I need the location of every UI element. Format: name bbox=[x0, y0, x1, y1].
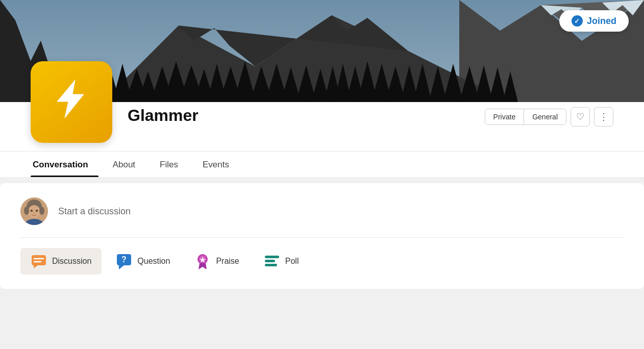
tab-conversation[interactable]: Conversation bbox=[31, 152, 98, 177]
profile-card: ✓ Joined Glammer Priv bbox=[0, 0, 644, 177]
community-title-area: Glammer bbox=[112, 92, 485, 125]
post-type-discussion-button[interactable]: Discussion bbox=[20, 248, 102, 275]
profile-info-row: Glammer Private General ♡ ⋮ bbox=[0, 92, 644, 143]
community-logo bbox=[31, 61, 112, 143]
svg-point-51 bbox=[36, 210, 38, 212]
post-types-row: Discussion ? Question bbox=[20, 238, 624, 275]
heart-icon: ♡ bbox=[576, 111, 584, 122]
heart-button[interactable]: ♡ bbox=[571, 107, 590, 127]
post-type-question-label: Question bbox=[137, 257, 170, 266]
tag-general: General bbox=[524, 109, 566, 124]
lightning-icon bbox=[47, 76, 93, 129]
community-name: Glammer bbox=[128, 106, 475, 125]
joined-check-icon: ✓ bbox=[572, 15, 583, 27]
action-buttons: Private General ♡ ⋮ bbox=[485, 92, 613, 127]
svg-point-50 bbox=[31, 210, 33, 212]
svg-point-47 bbox=[28, 205, 40, 218]
discussion-card: Start a discussion Discussion ? bbox=[0, 183, 644, 289]
tab-about[interactable]: About bbox=[111, 152, 145, 177]
tag-private: Private bbox=[485, 109, 525, 124]
svg-point-48 bbox=[24, 207, 29, 215]
praise-icon bbox=[194, 253, 211, 269]
tab-files[interactable]: Files bbox=[158, 152, 188, 177]
svg-rect-67 bbox=[265, 264, 277, 266]
svg-rect-66 bbox=[265, 260, 275, 262]
start-discussion-row[interactable]: Start a discussion bbox=[20, 197, 624, 238]
tag-group: Private General bbox=[485, 109, 566, 125]
post-type-poll-button[interactable]: Poll bbox=[254, 248, 309, 275]
svg-marker-59 bbox=[119, 265, 124, 269]
svg-point-49 bbox=[39, 207, 44, 215]
svg-rect-65 bbox=[265, 256, 279, 258]
post-type-poll-label: Poll bbox=[285, 257, 299, 266]
post-type-praise-label: Praise bbox=[216, 257, 239, 266]
post-type-praise-button[interactable]: Praise bbox=[184, 248, 249, 275]
tab-events[interactable]: Events bbox=[201, 152, 239, 177]
joined-button[interactable]: ✓ Joined bbox=[559, 10, 629, 32]
avatar bbox=[20, 197, 48, 225]
page-wrapper: ✓ Joined Glammer Priv bbox=[0, 0, 644, 289]
svg-point-52 bbox=[34, 212, 35, 213]
poll-icon bbox=[264, 253, 280, 269]
svg-marker-55 bbox=[34, 265, 38, 268]
start-discussion-placeholder[interactable]: Start a discussion bbox=[58, 206, 131, 217]
tabs-row: Conversation About Files Events bbox=[0, 151, 644, 177]
question-icon: ? bbox=[116, 253, 132, 269]
more-options-button[interactable]: ⋮ bbox=[594, 107, 613, 127]
svg-rect-54 bbox=[32, 255, 46, 265]
svg-marker-63 bbox=[199, 263, 207, 269]
joined-label: Joined bbox=[587, 16, 616, 27]
more-icon: ⋮ bbox=[599, 111, 608, 122]
svg-text:?: ? bbox=[121, 255, 127, 264]
discussion-icon bbox=[31, 253, 47, 269]
post-type-question-button[interactable]: ? Question bbox=[106, 248, 180, 275]
post-type-discussion-label: Discussion bbox=[52, 257, 91, 266]
